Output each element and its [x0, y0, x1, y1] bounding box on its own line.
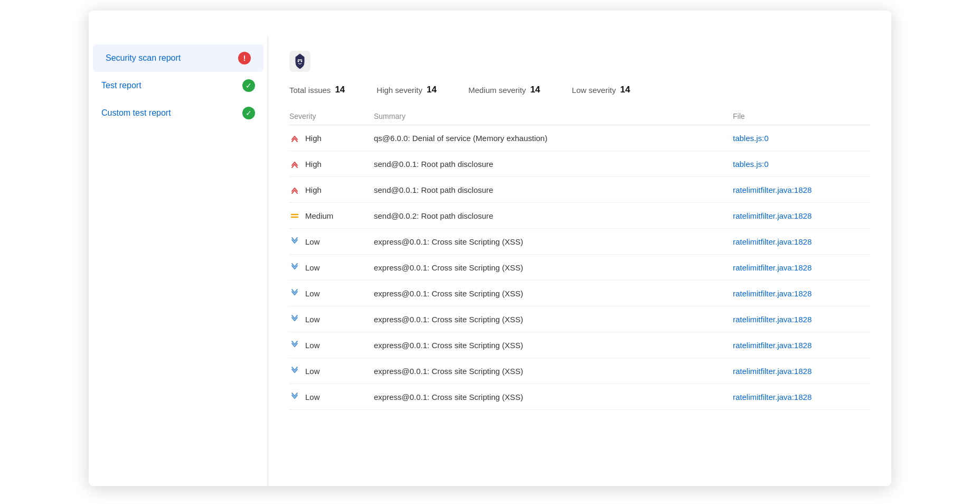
severity-label-9: Low	[305, 367, 320, 376]
summary-cell-9: express@0.0.1: Cross site Scripting (XSS…	[374, 367, 733, 376]
file-link-10[interactable]: ratelimitfilter.java:1828	[733, 393, 870, 402]
summary-cell-0: qs@6.0.0: Denial of service (Memory exha…	[374, 134, 733, 143]
severity-cell-5: Low	[289, 262, 374, 273]
severity-label-2: High	[305, 185, 322, 194]
modal-header	[89, 11, 891, 36]
table-col-2: File	[733, 112, 870, 120]
sidebar-item-label-1: Test report	[101, 81, 142, 90]
severity-cell-3: Medium	[289, 210, 374, 221]
sidebar-item-label-0: Security scan report	[106, 53, 181, 63]
vulnerabilities-table: SeveritySummaryFile Highqs@6.0.0: Denial…	[289, 108, 870, 410]
stat-item-0: Total issues14	[289, 85, 345, 95]
file-link-6[interactable]: ratelimitfilter.java:1828	[733, 289, 870, 298]
stat-label-0: Total issues	[289, 86, 331, 95]
file-link-8[interactable]: ratelimitfilter.java:1828	[733, 341, 870, 350]
table-header: SeveritySummaryFile	[289, 108, 870, 125]
table-row: Lowexpress@0.0.1: Cross site Scripting (…	[289, 306, 870, 332]
summary-cell-6: express@0.0.1: Cross site Scripting (XSS…	[374, 289, 733, 298]
sidebar-status-0: !	[238, 52, 251, 64]
file-link-7[interactable]: ratelimitfilter.java:1828	[733, 315, 870, 324]
severity-cell-8: Low	[289, 340, 374, 350]
stat-label-1: High severity	[376, 86, 422, 95]
summary-cell-2: send@0.0.1: Root path disclosure	[374, 185, 733, 194]
table-row: Lowexpress@0.0.1: Cross site Scripting (…	[289, 255, 870, 281]
stat-label-2: Medium severity	[468, 86, 526, 95]
summary-cell-5: express@0.0.1: Cross site Scripting (XSS…	[374, 263, 733, 272]
modal-body: Security scan report!Test report✓Custom …	[89, 36, 891, 486]
table-row: Lowexpress@0.0.1: Cross site Scripting (…	[289, 332, 870, 358]
sidebar-item-0[interactable]: Security scan report!	[93, 44, 263, 72]
success-badge-1: ✓	[242, 79, 255, 92]
severity-cell-6: Low	[289, 288, 374, 298]
table-row: Highqs@6.0.0: Denial of service (Memory …	[289, 125, 870, 151]
severity-label-8: Low	[305, 341, 320, 350]
sidebar-status-2: ✓	[242, 107, 255, 119]
stat-value-3: 14	[620, 85, 630, 95]
sidebar-status-1: ✓	[242, 79, 255, 92]
error-badge-0: !	[238, 52, 251, 64]
summary-cell-7: express@0.0.1: Cross site Scripting (XSS…	[374, 315, 733, 324]
file-link-9[interactable]: ratelimitfilter.java:1828	[733, 367, 870, 376]
severity-label-4: Low	[305, 237, 320, 246]
file-link-0[interactable]: tables.js:0	[733, 134, 870, 143]
stat-item-2: Medium severity14	[468, 85, 540, 95]
table-row: Mediumsend@0.0.2: Root path disclosurera…	[289, 203, 870, 229]
file-link-2[interactable]: ratelimitfilter.java:1828	[733, 185, 870, 194]
severity-cell-0: High	[289, 133, 374, 143]
severity-cell-9: Low	[289, 366, 374, 376]
sidebar-item-label-2: Custom test report	[101, 108, 171, 118]
severity-cell-10: Low	[289, 391, 374, 402]
severity-cell-1: High	[289, 158, 374, 169]
severity-label-6: Low	[305, 289, 320, 298]
close-button[interactable]	[866, 23, 874, 27]
stat-value-0: 14	[335, 85, 345, 95]
sidebar-item-2[interactable]: Custom test report✓	[89, 99, 268, 127]
table-col-0: Severity	[289, 112, 374, 120]
severity-label-1: High	[305, 160, 322, 169]
severity-label-3: Medium	[305, 211, 333, 220]
table-row: Lowexpress@0.0.1: Cross site Scripting (…	[289, 384, 870, 410]
sidebar: Security scan report!Test report✓Custom …	[89, 36, 268, 486]
table-col-1: Summary	[374, 112, 733, 120]
success-badge-2: ✓	[242, 107, 255, 119]
severity-cell-7: Low	[289, 314, 374, 324]
file-link-3[interactable]: ratelimitfilter.java:1828	[733, 211, 870, 220]
stat-item-1: High severity14	[376, 85, 437, 95]
table-body: Highqs@6.0.0: Denial of service (Memory …	[289, 125, 870, 410]
stat-item-3: Low severity14	[572, 85, 630, 95]
severity-label-5: Low	[305, 263, 320, 272]
svg-point-2	[301, 61, 303, 62]
stat-label-3: Low severity	[572, 86, 616, 95]
snyk-icon	[289, 51, 310, 72]
reports-modal: Security scan report!Test report✓Custom …	[89, 11, 891, 486]
file-link-1[interactable]: tables.js:0	[733, 160, 870, 169]
svg-point-1	[298, 61, 299, 62]
report-header	[289, 51, 870, 74]
severity-cell-2: High	[289, 184, 374, 195]
table-row: Highsend@0.0.1: Root path disclosuretabl…	[289, 151, 870, 177]
stat-value-2: 14	[530, 85, 540, 95]
table-row: Lowexpress@0.0.1: Cross site Scripting (…	[289, 281, 870, 306]
severity-label-0: High	[305, 134, 322, 143]
severity-label-7: Low	[305, 315, 320, 324]
summary-cell-3: send@0.0.2: Root path disclosure	[374, 211, 733, 220]
file-link-4[interactable]: ratelimitfilter.java:1828	[733, 237, 870, 246]
summary-cell-4: express@0.0.1: Cross site Scripting (XSS…	[374, 237, 733, 246]
summary-cell-8: express@0.0.1: Cross site Scripting (XSS…	[374, 341, 733, 350]
stats-row: Total issues14High severity14Medium seve…	[289, 85, 870, 95]
main-content: Total issues14High severity14Medium seve…	[268, 36, 891, 486]
table-row: Lowexpress@0.0.1: Cross site Scripting (…	[289, 358, 870, 384]
table-row: Highsend@0.0.1: Root path disclosurerate…	[289, 177, 870, 203]
summary-cell-10: express@0.0.1: Cross site Scripting (XSS…	[374, 393, 733, 402]
severity-label-10: Low	[305, 393, 320, 402]
stat-value-1: 14	[427, 85, 437, 95]
sidebar-item-1[interactable]: Test report✓	[89, 72, 268, 99]
table-row: Lowexpress@0.0.1: Cross site Scripting (…	[289, 229, 870, 255]
summary-cell-1: send@0.0.1: Root path disclosure	[374, 160, 733, 169]
severity-cell-4: Low	[289, 236, 374, 247]
file-link-5[interactable]: ratelimitfilter.java:1828	[733, 263, 870, 272]
report-logo-icon	[289, 51, 310, 74]
